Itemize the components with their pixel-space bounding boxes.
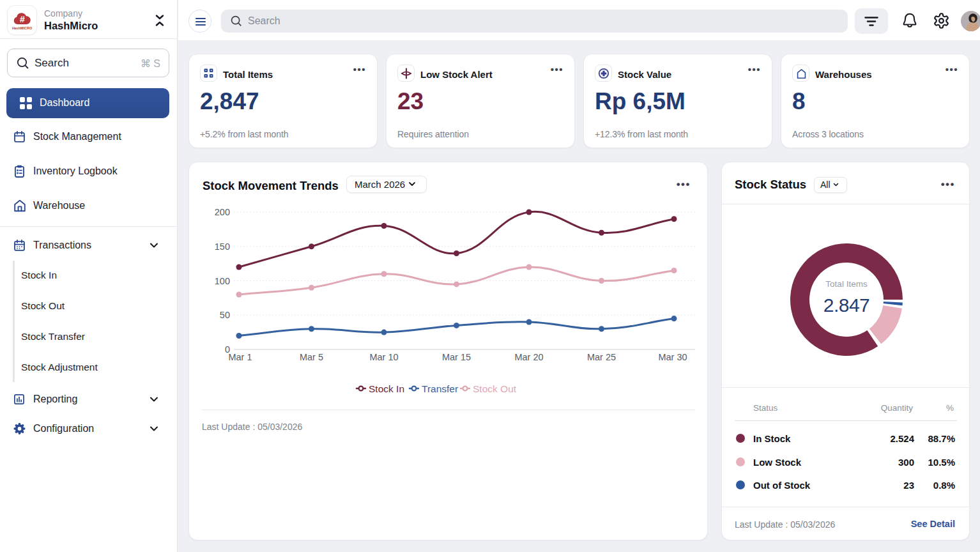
svg-text:Mar 1: Mar 1 [228,352,252,362]
svg-text:Mar 5: Mar 5 [300,352,323,362]
svg-text:Mar 20: Mar 20 [514,352,543,362]
svg-text:Mar 10: Mar 10 [369,352,398,362]
svg-text:Stock Out: Stock Out [473,383,517,394]
svg-text:100: 100 [215,276,230,286]
svg-text:150: 150 [215,241,230,252]
svg-text:Mar 25: Mar 25 [587,352,616,362]
svg-text:Mar 30: Mar 30 [658,352,687,362]
svg-text:Stock In: Stock In [369,383,404,394]
svg-text:#: # [20,14,25,24]
svg-text:HashMICRO: HashMICRO [12,26,32,30]
svg-text:Transfer: Transfer [422,383,458,394]
svg-text:200: 200 [215,207,230,217]
svg-text:50: 50 [220,310,230,320]
svg-text:Mar 15: Mar 15 [442,352,471,362]
